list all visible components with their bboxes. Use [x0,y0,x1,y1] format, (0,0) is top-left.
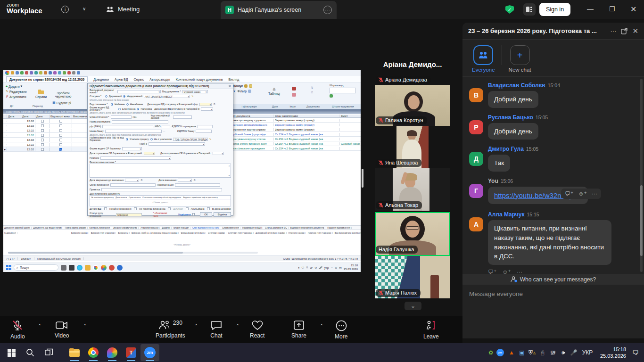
table-row[interactable]: ютокол автоматизованогоЗареєстровано зая… [232,123,361,127]
video-options-chevron[interactable]: ⌃ [83,323,87,329]
table-row[interactable]: каз (наказне провадженСт.154 ч.2 Видано … [232,146,361,151]
chat-message[interactable]: В Владислав Соболєв15:04 Добрий день [469,81,637,108]
income-code-input[interactable] [173,115,192,119]
draft-button[interactable]: Зробити чернеткою [52,91,74,98]
tab-new-chat[interactable]: + New chat [509,45,531,73]
checkbox-state-income[interactable] [207,207,210,210]
tray-icon[interactable]: 🖳 [310,266,313,269]
task-view-button[interactable] [40,344,58,361]
taskbar-app-icon[interactable] [69,265,74,271]
col-case-state[interactable]: Стан заяв/справи [274,115,340,117]
date-input[interactable] [199,103,212,106]
bottom-tab[interactable]: Відомості виконавчого документа [289,227,325,229]
close-button[interactable]: ✕ [630,5,636,14]
mini-toolbar-icon[interactable] [30,71,33,74]
bottom-tab[interactable]: Інформація по ВДП [241,227,264,229]
bottom-tab[interactable]: Історія передач [173,227,190,229]
court-decision-button[interactable]: ▣Судове рі [52,101,71,105]
security-shield-icon[interactable]: ✓ [505,5,514,14]
table-row[interactable]: 12.02 [3,142,87,147]
dialog-close-icon[interactable]: ✕ [229,84,231,88]
menu-dovidnyky[interactable]: Довідники [93,78,109,81]
which-dropdown[interactable] [149,142,205,146]
video-tile[interactable]: Галина Коротун [375,85,450,126]
date-input[interactable] [201,107,213,111]
mini-toolbar-icon[interactable] [44,71,47,74]
cancel-button[interactable]: Відміна [214,212,231,217]
date-input[interactable] [144,152,155,155]
app-icon-blue[interactable] [117,265,123,271]
bottom-tab[interactable]: Додатки [161,227,171,229]
chat-more-icon[interactable]: ··· [610,27,616,34]
add-reaction-icon[interactable]: ☺⁺ [578,190,587,197]
more-actions-icon[interactable]: ··· [517,269,522,274]
file-explorer-icon[interactable] [65,344,84,361]
mini-toolbar-icon[interactable] [25,71,28,74]
mini-toolbar-icon[interactable] [72,71,75,74]
tab-shared-screen[interactable]: H Надія Галушка's screen ··· [221,1,337,19]
export-icon[interactable] [292,93,296,97]
date-input[interactable] [213,152,224,155]
checkbox-not-executable[interactable] [134,207,137,210]
send-checkbox[interactable] [192,213,195,216]
share-options-chevron[interactable]: ⌃ [320,323,323,329]
table-row[interactable]: ереження картки справиЗареєстровано заяв… [232,127,361,132]
mini-toolbar-icon[interactable] [34,71,38,74]
chrome-icon[interactable] [84,344,103,361]
table-row[interactable]: ртка обліку вихідних докуСт.154 ч.2 Вида… [232,141,361,146]
sum-input[interactable] [111,115,132,119]
chat-close-icon[interactable]: ✕ [632,27,638,35]
search-box[interactable]: ⌕Пошук [14,264,58,271]
mini-toolbar-icon[interactable] [49,71,52,74]
table-row[interactable]: 12.02 [3,123,87,128]
more-videos-chevron[interactable]: ⌄ [405,302,421,310]
menu-avtorozpodil[interactable]: Авторозподіл [149,78,170,81]
language-indicator[interactable]: УКР [579,349,595,356]
mini-toolbar-icon[interactable] [58,71,61,74]
reply-icon[interactable]: 🗩⁺ [565,190,573,197]
bottom-tab-active[interactable]: Стан відправлення (у наб) [191,227,220,229]
share-scrollbar[interactable] [362,169,363,188]
table-row[interactable]: ява про видачу судовогоЗареєстровано зая… [232,118,361,123]
col-date2[interactable]: Дата [21,115,35,118]
audio-button[interactable]: Audio [10,320,25,340]
cases-button[interactable]: Справи [35,90,47,99]
tray-icon[interactable]: 🖰 [306,266,308,269]
col-vidomosti[interactable]: Відомості вико [50,115,72,118]
clock[interactable]: 15:18 25.03.2026 [600,346,626,360]
radio-naymane[interactable] [111,103,113,106]
chat-button[interactable]: Chat [210,320,223,339]
app-logo-icon[interactable] [5,71,9,75]
payer-dropdown[interactable] [100,156,171,160]
tray-icon[interactable]: Φ [335,266,337,269]
debtor-dropdown[interactable]: ТОВ "ОРІОН-ПРОМ ТРЕЙД" [173,138,208,141]
bottom-tab[interactable]: Статус доставки в ЄС [264,227,289,229]
participants-options-chevron[interactable]: ⌃ [194,323,198,329]
restore-button[interactable]: ❐ [609,5,615,13]
sr-form-dropdown[interactable] [122,147,142,150]
video-tile[interactable]: Яна Шевцова [375,126,450,168]
video-button[interactable]: Video [55,320,69,339]
mini-toolbar-icon[interactable] [39,71,42,74]
claimant-dropdown[interactable]: ЧАТ "ЗАКУПЕЛ-ІНВЕСТ" [144,95,190,98]
barcode-scan-icon[interactable] [330,94,333,98]
bottom-tab[interactable]: Документ закритий даних [3,227,32,229]
tray-security-icon[interactable]: ⛨⚠ [528,349,537,356]
video-tile[interactable]: Марія Палюх [375,256,450,298]
radio-electronic[interactable] [118,108,121,110]
iban-input[interactable] [102,125,153,128]
share-button[interactable]: Share [291,320,306,339]
bank-edrpou-input[interactable] [196,130,212,133]
bottom-tab[interactable]: Справозвинення [221,227,240,229]
start-icon[interactable] [6,265,11,270]
table-row[interactable]: 12.02 [3,119,87,123]
date-input[interactable] [125,179,139,182]
taskbar-search-button[interactable] [21,344,40,361]
folder-icon[interactable] [85,265,91,271]
info-icon[interactable]: i [61,6,69,13]
tab-options-icon[interactable]: ··· [323,6,332,14]
mini-toolbar-icon[interactable] [77,71,80,74]
col-doc-type[interactable]: іп документа [232,115,274,117]
radio-participant[interactable] [126,138,128,140]
recipient-input[interactable] [112,120,168,123]
